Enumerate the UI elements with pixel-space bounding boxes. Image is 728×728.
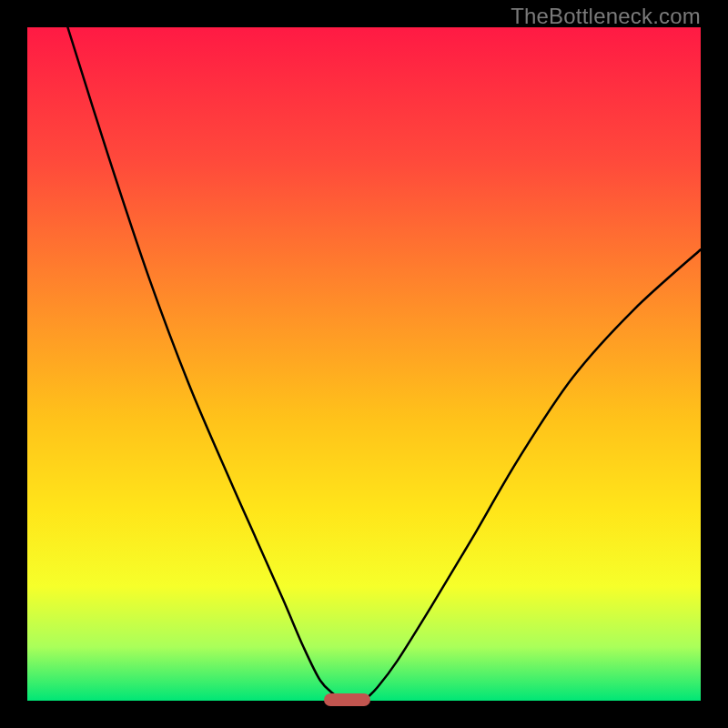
- chart-frame: TheBottleneck.com: [0, 0, 728, 728]
- right-branch-curve: [364, 249, 701, 701]
- curve-layer: [27, 27, 701, 701]
- optimal-range-marker: [324, 693, 371, 706]
- watermark-text: TheBottleneck.com: [511, 4, 701, 29]
- left-branch-curve: [67, 27, 343, 701]
- plot-area: [27, 27, 701, 701]
